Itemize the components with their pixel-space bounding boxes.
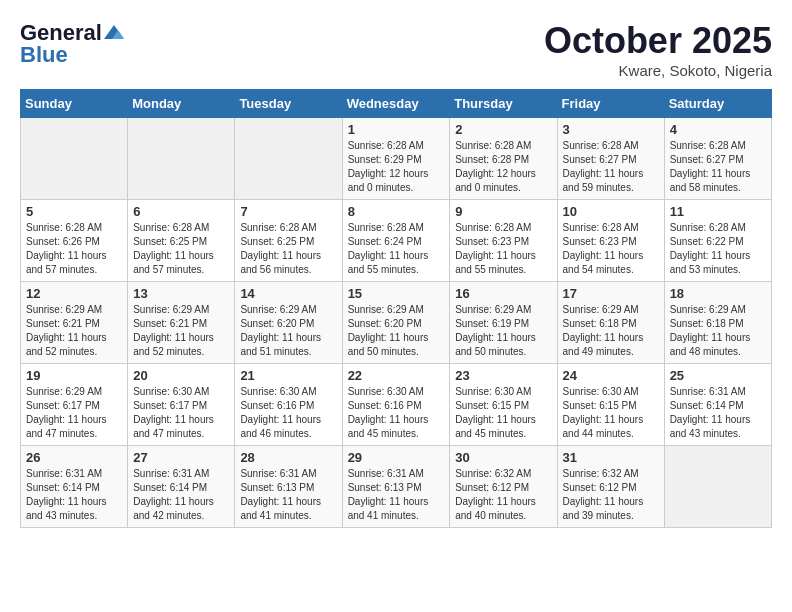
day-info: Sunrise: 6:31 AM Sunset: 6:14 PM Dayligh… (133, 467, 229, 523)
day-info: Sunrise: 6:31 AM Sunset: 6:14 PM Dayligh… (26, 467, 122, 523)
calendar-cell: 6Sunrise: 6:28 AM Sunset: 6:25 PM Daylig… (128, 200, 235, 282)
day-number: 16 (455, 286, 551, 301)
day-info: Sunrise: 6:30 AM Sunset: 6:15 PM Dayligh… (455, 385, 551, 441)
day-number: 29 (348, 450, 445, 465)
calendar-cell: 12Sunrise: 6:29 AM Sunset: 6:21 PM Dayli… (21, 282, 128, 364)
day-info: Sunrise: 6:28 AM Sunset: 6:25 PM Dayligh… (133, 221, 229, 277)
page-header: General Blue October 2025 Kware, Sokoto,… (20, 20, 772, 79)
day-number: 26 (26, 450, 122, 465)
calendar-cell (235, 118, 342, 200)
day-number: 24 (563, 368, 659, 383)
day-number: 4 (670, 122, 766, 137)
calendar-cell: 19Sunrise: 6:29 AM Sunset: 6:17 PM Dayli… (21, 364, 128, 446)
day-number: 31 (563, 450, 659, 465)
day-info: Sunrise: 6:29 AM Sunset: 6:18 PM Dayligh… (563, 303, 659, 359)
day-number: 25 (670, 368, 766, 383)
calendar-cell: 20Sunrise: 6:30 AM Sunset: 6:17 PM Dayli… (128, 364, 235, 446)
day-info: Sunrise: 6:30 AM Sunset: 6:16 PM Dayligh… (348, 385, 445, 441)
calendar-cell: 25Sunrise: 6:31 AM Sunset: 6:14 PM Dayli… (664, 364, 771, 446)
day-number: 19 (26, 368, 122, 383)
day-info: Sunrise: 6:31 AM Sunset: 6:13 PM Dayligh… (240, 467, 336, 523)
calendar-cell (128, 118, 235, 200)
day-info: Sunrise: 6:29 AM Sunset: 6:21 PM Dayligh… (133, 303, 229, 359)
day-number: 5 (26, 204, 122, 219)
calendar-cell: 10Sunrise: 6:28 AM Sunset: 6:23 PM Dayli… (557, 200, 664, 282)
day-number: 30 (455, 450, 551, 465)
day-number: 27 (133, 450, 229, 465)
day-info: Sunrise: 6:28 AM Sunset: 6:22 PM Dayligh… (670, 221, 766, 277)
day-number: 17 (563, 286, 659, 301)
day-info: Sunrise: 6:29 AM Sunset: 6:20 PM Dayligh… (240, 303, 336, 359)
day-info: Sunrise: 6:29 AM Sunset: 6:20 PM Dayligh… (348, 303, 445, 359)
day-number: 14 (240, 286, 336, 301)
weekday-header-tuesday: Tuesday (235, 90, 342, 118)
calendar-cell: 9Sunrise: 6:28 AM Sunset: 6:23 PM Daylig… (450, 200, 557, 282)
day-info: Sunrise: 6:28 AM Sunset: 6:27 PM Dayligh… (670, 139, 766, 195)
calendar-week-row: 12Sunrise: 6:29 AM Sunset: 6:21 PM Dayli… (21, 282, 772, 364)
day-info: Sunrise: 6:29 AM Sunset: 6:19 PM Dayligh… (455, 303, 551, 359)
day-number: 6 (133, 204, 229, 219)
calendar-cell: 4Sunrise: 6:28 AM Sunset: 6:27 PM Daylig… (664, 118, 771, 200)
calendar-cell: 29Sunrise: 6:31 AM Sunset: 6:13 PM Dayli… (342, 446, 450, 528)
day-number: 18 (670, 286, 766, 301)
day-number: 2 (455, 122, 551, 137)
calendar-cell: 30Sunrise: 6:32 AM Sunset: 6:12 PM Dayli… (450, 446, 557, 528)
day-number: 11 (670, 204, 766, 219)
day-info: Sunrise: 6:29 AM Sunset: 6:18 PM Dayligh… (670, 303, 766, 359)
day-info: Sunrise: 6:30 AM Sunset: 6:17 PM Dayligh… (133, 385, 229, 441)
logo-blue-text: Blue (20, 42, 68, 68)
day-info: Sunrise: 6:32 AM Sunset: 6:12 PM Dayligh… (563, 467, 659, 523)
calendar-cell: 1Sunrise: 6:28 AM Sunset: 6:29 PM Daylig… (342, 118, 450, 200)
day-info: Sunrise: 6:28 AM Sunset: 6:23 PM Dayligh… (455, 221, 551, 277)
calendar-cell (664, 446, 771, 528)
logo: General Blue (20, 20, 124, 68)
title-block: October 2025 Kware, Sokoto, Nigeria (544, 20, 772, 79)
day-number: 12 (26, 286, 122, 301)
calendar-cell: 23Sunrise: 6:30 AM Sunset: 6:15 PM Dayli… (450, 364, 557, 446)
calendar-cell: 17Sunrise: 6:29 AM Sunset: 6:18 PM Dayli… (557, 282, 664, 364)
calendar-cell: 21Sunrise: 6:30 AM Sunset: 6:16 PM Dayli… (235, 364, 342, 446)
calendar-table: SundayMondayTuesdayWednesdayThursdayFrid… (20, 89, 772, 528)
calendar-cell: 27Sunrise: 6:31 AM Sunset: 6:14 PM Dayli… (128, 446, 235, 528)
day-number: 9 (455, 204, 551, 219)
calendar-cell (21, 118, 128, 200)
calendar-week-row: 26Sunrise: 6:31 AM Sunset: 6:14 PM Dayli… (21, 446, 772, 528)
day-info: Sunrise: 6:32 AM Sunset: 6:12 PM Dayligh… (455, 467, 551, 523)
day-info: Sunrise: 6:28 AM Sunset: 6:28 PM Dayligh… (455, 139, 551, 195)
calendar-cell: 13Sunrise: 6:29 AM Sunset: 6:21 PM Dayli… (128, 282, 235, 364)
calendar-week-row: 19Sunrise: 6:29 AM Sunset: 6:17 PM Dayli… (21, 364, 772, 446)
day-number: 8 (348, 204, 445, 219)
weekday-header-thursday: Thursday (450, 90, 557, 118)
calendar-cell: 18Sunrise: 6:29 AM Sunset: 6:18 PM Dayli… (664, 282, 771, 364)
day-number: 1 (348, 122, 445, 137)
day-info: Sunrise: 6:28 AM Sunset: 6:23 PM Dayligh… (563, 221, 659, 277)
day-info: Sunrise: 6:28 AM Sunset: 6:26 PM Dayligh… (26, 221, 122, 277)
calendar-cell: 3Sunrise: 6:28 AM Sunset: 6:27 PM Daylig… (557, 118, 664, 200)
day-info: Sunrise: 6:31 AM Sunset: 6:14 PM Dayligh… (670, 385, 766, 441)
calendar-cell: 22Sunrise: 6:30 AM Sunset: 6:16 PM Dayli… (342, 364, 450, 446)
day-number: 21 (240, 368, 336, 383)
calendar-cell: 14Sunrise: 6:29 AM Sunset: 6:20 PM Dayli… (235, 282, 342, 364)
day-info: Sunrise: 6:31 AM Sunset: 6:13 PM Dayligh… (348, 467, 445, 523)
month-title: October 2025 (544, 20, 772, 62)
day-number: 22 (348, 368, 445, 383)
calendar-cell: 11Sunrise: 6:28 AM Sunset: 6:22 PM Dayli… (664, 200, 771, 282)
weekday-header-sunday: Sunday (21, 90, 128, 118)
logo-icon (104, 25, 124, 39)
day-info: Sunrise: 6:28 AM Sunset: 6:24 PM Dayligh… (348, 221, 445, 277)
day-number: 28 (240, 450, 336, 465)
calendar-cell: 2Sunrise: 6:28 AM Sunset: 6:28 PM Daylig… (450, 118, 557, 200)
calendar-cell: 24Sunrise: 6:30 AM Sunset: 6:15 PM Dayli… (557, 364, 664, 446)
calendar-cell: 8Sunrise: 6:28 AM Sunset: 6:24 PM Daylig… (342, 200, 450, 282)
location-subtitle: Kware, Sokoto, Nigeria (544, 62, 772, 79)
calendar-cell: 28Sunrise: 6:31 AM Sunset: 6:13 PM Dayli… (235, 446, 342, 528)
day-info: Sunrise: 6:29 AM Sunset: 6:17 PM Dayligh… (26, 385, 122, 441)
day-number: 20 (133, 368, 229, 383)
day-info: Sunrise: 6:30 AM Sunset: 6:15 PM Dayligh… (563, 385, 659, 441)
day-number: 13 (133, 286, 229, 301)
weekday-header-saturday: Saturday (664, 90, 771, 118)
day-number: 23 (455, 368, 551, 383)
calendar-cell: 31Sunrise: 6:32 AM Sunset: 6:12 PM Dayli… (557, 446, 664, 528)
calendar-cell: 26Sunrise: 6:31 AM Sunset: 6:14 PM Dayli… (21, 446, 128, 528)
weekday-header-friday: Friday (557, 90, 664, 118)
